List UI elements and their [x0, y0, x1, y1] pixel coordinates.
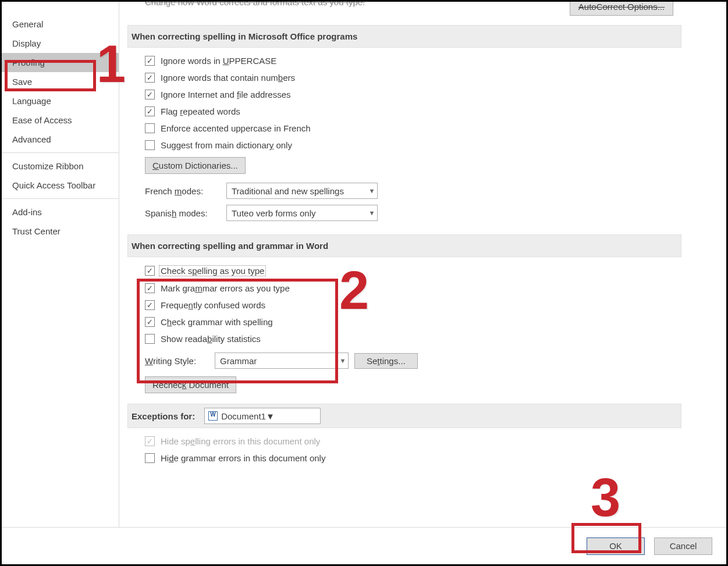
spanish-modes-combo[interactable]: Tuteo verb forms only ▼	[226, 205, 378, 221]
spanish-modes-row: Spanish modes: Tuteo verb forms only ▼	[127, 202, 681, 224]
sidebar-label: Language	[12, 96, 51, 106]
exceptions-document-combo[interactable]: Document1 ▼	[204, 408, 321, 424]
option-hide-spelling-errors: Hide spelling errors in this document on…	[145, 433, 681, 450]
sidebar-item-add-ins[interactable]: Add-ins	[2, 202, 119, 222]
sidebar-label: Trust Center	[12, 226, 61, 236]
option-ignore-numbers[interactable]: Ignore words that contain numbers	[145, 69, 681, 86]
chevron-down-icon: ▼	[266, 411, 275, 421]
option-mark-grammar[interactable]: Mark grammar errors as you type	[145, 280, 681, 297]
dialog-footer: OK Cancel	[2, 527, 726, 564]
autocorrect-row-partial: Change how Word corrects and formats tex…	[127, 2, 681, 22]
checkbox-icon[interactable]	[145, 123, 155, 133]
autocorrect-caption: Change how Word corrects and formats tex…	[145, 2, 365, 7]
option-check-grammar-with-spelling[interactable]: Check grammar with spelling	[145, 314, 681, 330]
sidebar-label: Add-ins	[12, 207, 42, 217]
options-sidebar: General Display Proofing Save Language E…	[2, 2, 119, 527]
checkbox-icon[interactable]	[145, 334, 155, 344]
checkbox-icon[interactable]	[145, 56, 155, 66]
sidebar-item-general[interactable]: General	[2, 15, 119, 34]
checkbox-icon[interactable]	[145, 283, 155, 293]
option-accented-french[interactable]: Enforce accented uppercase in French	[145, 120, 681, 137]
sidebar-item-ease-of-access[interactable]: Ease of Access	[2, 111, 119, 130]
chevron-down-icon: ▼	[367, 209, 377, 216]
checkbox-icon	[145, 436, 155, 446]
ok-button[interactable]: OK	[587, 537, 645, 555]
section-exceptions: Exceptions for: Document1 ▼	[127, 404, 681, 428]
options-content[interactable]: Change how Word corrects and formats tex…	[119, 2, 726, 527]
recheck-document-button[interactable]: Recheck Document	[145, 376, 236, 393]
sidebar-label: Advanced	[12, 134, 51, 144]
checkbox-icon[interactable]	[145, 73, 155, 83]
chevron-down-icon: ▼	[338, 357, 348, 364]
chevron-down-icon: ▼	[367, 187, 377, 194]
checkbox-icon[interactable]	[145, 106, 155, 116]
option-hide-grammar-errors[interactable]: Hide grammar errors in this document onl…	[145, 450, 681, 467]
option-frequently-confused[interactable]: Frequently confused words	[145, 297, 681, 314]
option-flag-repeated[interactable]: Flag repeated words	[145, 103, 681, 120]
sidebar-label: Display	[12, 38, 41, 48]
french-modes-combo[interactable]: Traditional and new spellings ▼	[226, 183, 378, 199]
sidebar-label: Proofing	[12, 58, 45, 67]
option-check-spelling-as-type[interactable]: Check spelling as you type	[145, 262, 681, 280]
sidebar-label: Ease of Access	[12, 115, 72, 125]
french-modes-row: French modes: Traditional and new spelli…	[127, 180, 681, 202]
custom-dictionaries-button[interactable]: Custom Dictionaries...	[145, 157, 246, 174]
sidebar-label: Customize Ribbon	[12, 161, 84, 171]
option-readability-stats[interactable]: Show readability statistics	[145, 330, 681, 347]
section-spelling-office: When correcting spelling in Microsoft Of…	[127, 25, 681, 48]
option-ignore-uppercase[interactable]: Ignore words in UPPERCASE	[145, 52, 681, 69]
checkbox-icon[interactable]	[145, 90, 155, 99]
cancel-button[interactable]: Cancel	[654, 537, 712, 555]
sidebar-label: General	[12, 19, 43, 29]
sidebar-item-quick-access-toolbar[interactable]: Quick Access Toolbar	[2, 176, 119, 195]
sidebar-separator	[2, 152, 119, 153]
writing-style-settings-button[interactable]: Settings...	[354, 353, 418, 369]
checkbox-icon[interactable]	[145, 300, 155, 310]
checkbox-icon[interactable]	[145, 140, 155, 150]
sidebar-separator	[2, 198, 119, 199]
sidebar-label: Save	[12, 77, 32, 87]
french-modes-label: French modes:	[145, 186, 221, 196]
spanish-modes-label: Spanish modes:	[145, 208, 221, 218]
sidebar-item-proofing[interactable]: Proofing	[2, 53, 119, 72]
checkbox-icon[interactable]	[145, 317, 155, 327]
section-spelling-word: When correcting spelling and grammar in …	[127, 234, 681, 257]
autocorrect-options-button[interactable]: AutoCorrect Options...	[570, 2, 673, 16]
sidebar-item-customize-ribbon[interactable]: Customize Ribbon	[2, 156, 119, 176]
exceptions-label: Exceptions for:	[132, 411, 195, 421]
option-main-dictionary[interactable]: Suggest from main dictionary only	[145, 137, 681, 154]
writing-style-label: Writing Style:	[145, 356, 209, 366]
sidebar-item-advanced[interactable]: Advanced	[2, 130, 119, 149]
checkbox-icon[interactable]	[145, 266, 155, 276]
sidebar-label: Quick Access Toolbar	[12, 180, 95, 190]
sidebar-item-language[interactable]: Language	[2, 91, 119, 111]
sidebar-item-trust-center[interactable]: Trust Center	[2, 222, 119, 241]
sidebar-item-display[interactable]: Display	[2, 34, 119, 53]
sidebar-item-save[interactable]: Save	[2, 72, 119, 91]
option-ignore-internet[interactable]: Ignore Internet and file addresses	[145, 86, 681, 103]
checkbox-icon[interactable]	[145, 453, 155, 463]
writing-style-combo[interactable]: Grammar ▼	[215, 353, 349, 369]
word-document-icon	[208, 411, 218, 421]
writing-style-row: Writing Style: Grammar ▼ Settings...	[127, 350, 681, 372]
